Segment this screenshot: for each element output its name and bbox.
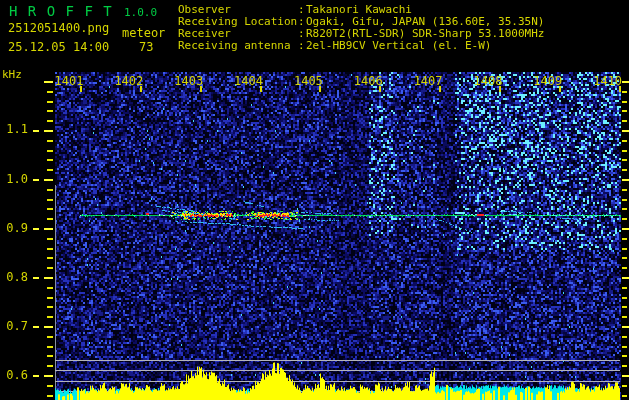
time-tick-label: 1407	[404, 75, 452, 87]
freq-tick-label: 1.0	[0, 173, 28, 185]
filename-label: 2512051400.png	[8, 22, 109, 34]
info-label: Receiving antenna	[178, 40, 298, 52]
freq-tick-label: 0.7	[0, 320, 28, 332]
freq-unit-label: kHz	[2, 69, 22, 80]
time-tick-label: 1410	[584, 75, 629, 87]
time-tick-label: 1405	[284, 75, 332, 87]
time-tick-label: 1408	[464, 75, 512, 87]
echo-count-label: 73	[139, 41, 153, 53]
freq-tick-label: 0.6	[0, 369, 28, 381]
time-tick-label: 1402	[105, 75, 153, 87]
time-tick-label: 1401	[45, 75, 93, 87]
hrofft-window: H R O F F T 1.0.0 2512051400.png meteor …	[0, 0, 629, 400]
freq-tick-label: 1.1	[0, 123, 28, 135]
info-separator: :	[298, 40, 306, 52]
app-title: H R O F F T	[9, 4, 113, 18]
app-version: 1.0.0	[124, 7, 157, 18]
mode-label: meteor	[122, 27, 165, 39]
station-info: Observer:Takanori Kawachi Receiving Loca…	[178, 4, 544, 52]
info-value: 2el-HB9CV Vertical (el. E-W)	[306, 39, 491, 52]
time-tick-label: 1409	[524, 75, 572, 87]
freq-tick-label: 0.8	[0, 271, 28, 283]
time-tick-label: 1406	[344, 75, 392, 87]
datetime-label: 25.12.05 14:00	[8, 41, 109, 53]
freq-tick-label: 0.9	[0, 222, 28, 234]
time-tick-label: 1403	[165, 75, 213, 87]
time-tick-label: 1404	[225, 75, 273, 87]
info-row-antenna: Receiving antenna:2el-HB9CV Vertical (el…	[178, 40, 544, 52]
spectrogram-canvas	[0, 0, 629, 400]
